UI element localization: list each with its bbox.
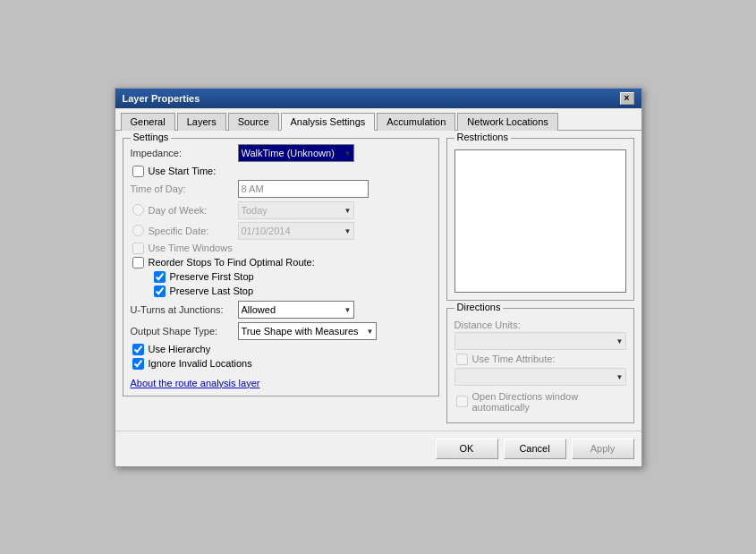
preserve-first-stop-row: Preserve First Stop: [154, 271, 431, 283]
tab-layers[interactable]: Layers: [177, 113, 226, 131]
impedance-select[interactable]: WalkTime (Unknown): [238, 144, 354, 162]
preserve-first-stop-checkbox[interactable]: [154, 271, 166, 283]
close-button[interactable]: ×: [620, 92, 634, 105]
specific-date-radio[interactable]: [132, 225, 144, 236]
settings-group: Settings Impedance: WalkTime (Unknown) U…: [123, 138, 439, 396]
tabs-bar: General Layers Source Analysis Settings …: [115, 108, 641, 131]
time-attribute-select-wrapper[interactable]: [454, 368, 626, 386]
time-of-day-row: Time of Day:: [131, 180, 431, 198]
day-of-week-row: Day of Week: Today: [132, 201, 431, 219]
u-turns-select[interactable]: Allowed: [238, 301, 354, 319]
tab-analysis-settings[interactable]: Analysis Settings: [281, 113, 376, 131]
dialog-content: Settings Impedance: WalkTime (Unknown) U…: [115, 131, 641, 430]
time-of-day-input[interactable]: [238, 180, 369, 198]
preserve-last-stop-label: Preserve Last Stop: [170, 286, 254, 296]
distance-units-select[interactable]: [454, 332, 626, 350]
cancel-button[interactable]: Cancel: [504, 439, 566, 459]
tab-source[interactable]: Source: [228, 113, 279, 131]
use-hierarchy-checkbox[interactable]: [132, 344, 144, 355]
directions-group: Directions Distance Units: Use Time Attr…: [446, 308, 634, 423]
specific-date-select-wrapper[interactable]: 01/10/2014: [238, 222, 354, 240]
u-turns-select-wrapper[interactable]: Allowed: [238, 301, 354, 319]
open-directions-checkbox[interactable]: [456, 396, 468, 407]
u-turns-label: U-Turns at Junctions:: [131, 304, 238, 315]
layer-properties-dialog: Layer Properties × General Layers Source…: [115, 88, 642, 467]
impedance-row: Impedance: WalkTime (Unknown): [131, 144, 431, 162]
preserve-first-stop-label: Preserve First Stop: [170, 271, 254, 282]
specific-date-label: Specific Date:: [149, 226, 238, 236]
output-shape-select[interactable]: True Shape with Measures: [238, 322, 377, 340]
bottom-buttons: OK Cancel Apply: [115, 430, 641, 466]
use-start-time-label: Use Start Time:: [149, 166, 217, 176]
distance-units-field: Distance Units:: [454, 320, 626, 350]
right-panel: Restrictions Directions Distance Units:: [446, 138, 634, 423]
restrictions-listbox[interactable]: [454, 149, 626, 293]
preserve-last-stop-checkbox[interactable]: [154, 286, 166, 297]
tab-network-locations[interactable]: Network Locations: [457, 113, 558, 131]
use-time-windows-row: Use Time Windows: [132, 243, 431, 254]
output-shape-row: Output Shape Type: True Shape with Measu…: [131, 322, 431, 340]
output-shape-select-wrapper[interactable]: True Shape with Measures: [238, 322, 377, 340]
impedance-select-wrapper[interactable]: WalkTime (Unknown): [238, 144, 354, 162]
use-hierarchy-label: Use Hierarchy: [149, 344, 211, 354]
ignore-invalid-label: Ignore Invalid Locations: [149, 358, 252, 369]
use-time-windows-checkbox[interactable]: [132, 243, 144, 254]
restrictions-group: Restrictions: [446, 138, 634, 301]
reorder-stops-label: Reorder Stops To Find Optimal Route:: [149, 257, 315, 268]
apply-button[interactable]: Apply: [572, 439, 634, 459]
use-time-attribute-row: Use Time Attribute:: [456, 354, 626, 365]
open-directions-label: Open Directions window automatically: [472, 391, 626, 413]
output-shape-label: Output Shape Type:: [131, 326, 238, 337]
left-panel: Settings Impedance: WalkTime (Unknown) U…: [123, 138, 439, 423]
preserve-last-stop-row: Preserve Last Stop: [154, 286, 431, 297]
use-time-attribute-checkbox[interactable]: [456, 354, 468, 365]
distance-units-select-wrapper[interactable]: [454, 332, 626, 350]
about-link[interactable]: About the route analysis layer: [131, 378, 260, 388]
use-time-windows-label: Use Time Windows: [149, 243, 233, 253]
specific-date-row: Specific Date: 01/10/2014: [132, 222, 431, 240]
reorder-stops-row: Reorder Stops To Find Optimal Route:: [132, 257, 431, 268]
time-of-day-label: Time of Day:: [131, 183, 238, 194]
ignore-invalid-row: Ignore Invalid Locations: [132, 358, 431, 370]
day-of-week-radio[interactable]: [132, 204, 144, 216]
title-bar: Layer Properties ×: [115, 89, 641, 108]
reorder-stops-checkbox[interactable]: [132, 257, 144, 268]
dialog-title: Layer Properties: [123, 93, 200, 104]
use-hierarchy-row: Use Hierarchy: [132, 344, 431, 355]
ok-button[interactable]: OK: [436, 439, 498, 459]
impedance-label: Impedance:: [131, 148, 238, 158]
settings-group-title: Settings: [131, 132, 172, 142]
use-start-time-row: Use Start Time:: [132, 166, 431, 177]
day-of-week-select[interactable]: Today: [238, 201, 354, 219]
distance-units-label: Distance Units:: [454, 320, 626, 330]
specific-date-select[interactable]: 01/10/2014: [238, 222, 354, 240]
restrictions-group-title: Restrictions: [454, 132, 511, 142]
time-attribute-select[interactable]: [454, 368, 626, 386]
tab-accumulation[interactable]: Accumulation: [377, 113, 455, 131]
day-of-week-select-wrapper[interactable]: Today: [238, 201, 354, 219]
ignore-invalid-checkbox[interactable]: [132, 358, 144, 370]
u-turns-row: U-Turns at Junctions: Allowed: [131, 301, 431, 319]
use-start-time-checkbox[interactable]: [132, 166, 144, 177]
day-of-week-label: Day of Week:: [149, 205, 238, 216]
open-directions-row: Open Directions window automatically: [456, 391, 626, 413]
directions-group-title: Directions: [454, 302, 504, 312]
use-time-attribute-label: Use Time Attribute:: [472, 354, 556, 364]
tab-general[interactable]: General: [121, 113, 175, 131]
